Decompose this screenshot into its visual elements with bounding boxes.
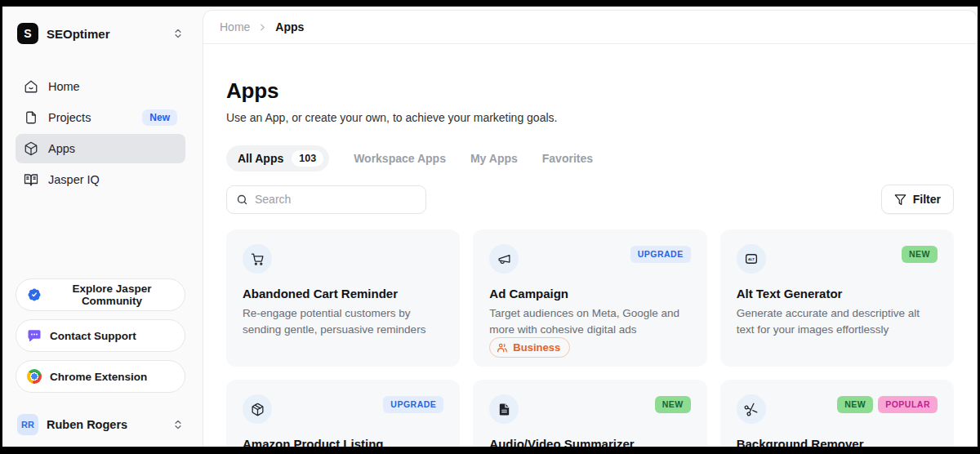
card-title: Abandoned Cart Reminder — [243, 287, 443, 300]
card-description: Generate accurate and descriptive alt te… — [737, 305, 938, 337]
card-description: Target audiences on Meta, Google and mor… — [489, 305, 690, 337]
search-icon — [236, 194, 248, 206]
tab-all-apps-count: 103 — [292, 150, 323, 167]
card-title: Alt Text Generator — [737, 287, 938, 300]
sidebar-item-label: Jasper IQ — [48, 173, 100, 186]
verified-badge-icon — [27, 287, 42, 302]
tab-bar: All Apps 103 Workspace Apps My Apps Favo… — [226, 145, 954, 171]
user-name: Ruben Rogers — [47, 418, 164, 431]
package-icon — [243, 394, 272, 424]
workspace-name: SEOptimer — [47, 27, 164, 41]
workspace-logo: S — [17, 23, 38, 44]
megaphone-icon — [489, 244, 519, 274]
alt-icon-label: ALT — [748, 257, 755, 261]
card-top — [243, 244, 443, 274]
tab-all-apps[interactable]: All Apps 103 — [226, 145, 329, 171]
card-badges: UPGRADE — [630, 244, 691, 263]
app-card-background-remover[interactable]: NEW POPULAR Background Remover Effortles… — [720, 380, 954, 447]
sidebar-spacer — [16, 194, 185, 278]
explore-community-button[interactable]: Explore Jasper Community — [16, 278, 185, 311]
tab-workspace-apps[interactable]: Workspace Apps — [354, 152, 446, 165]
home-icon — [24, 79, 38, 94]
workspace-switcher[interactable]: S SEOptimer — [16, 23, 185, 44]
card-badges: UPGRADE — [383, 394, 443, 413]
chat-bubble-icon — [27, 328, 42, 343]
main-area: Home Apps Apps Use an App, or create you… — [198, 7, 978, 447]
new-badge: NEW — [655, 396, 691, 413]
sidebar-item-home[interactable]: Home — [16, 72, 185, 101]
toolbar: Filter — [226, 185, 954, 214]
explore-community-label: Explore Jasper Community — [50, 283, 174, 307]
card-top: NEW POPULAR — [737, 394, 938, 424]
chrome-extension-label: Chrome Extension — [50, 371, 147, 383]
app-card-alt-text-generator[interactable]: ALT NEW Alt Text Generator Generate accu… — [720, 229, 954, 367]
screenshot-frame: S SEOptimer Home Projects New — [0, 0, 980, 454]
card-top: UPGRADE — [243, 394, 443, 424]
page-content: Apps Use an App, or create your own, to … — [203, 44, 977, 447]
new-badge: NEW — [902, 246, 938, 263]
users-icon — [497, 342, 508, 354]
shopping-cart-icon — [243, 244, 272, 274]
card-badges: NEW — [655, 394, 691, 413]
upgrade-badge: UPGRADE — [630, 246, 691, 263]
card-top: ALT NEW — [737, 244, 938, 274]
chevron-updown-icon — [172, 28, 184, 39]
sidebar-item-projects[interactable]: Projects New — [16, 103, 185, 132]
chevron-right-icon — [257, 22, 268, 33]
new-badge: NEW — [837, 396, 873, 413]
filter-button-label: Filter — [913, 193, 941, 206]
upgrade-badge: UPGRADE — [383, 396, 443, 413]
page-subtitle: Use an App, or create your own, to achie… — [226, 111, 954, 124]
file-icon — [24, 110, 38, 125]
breadcrumb-home-link[interactable]: Home — [220, 20, 250, 33]
breadcrumb-current: Apps — [275, 20, 304, 33]
card-title: Amazon Product Listing — [243, 437, 443, 447]
app-card-amazon-product-listing[interactable]: UPGRADE Amazon Product Listing Craft a d… — [226, 380, 460, 447]
card-title: Background Remover — [737, 437, 938, 447]
cube-icon — [24, 141, 38, 156]
sidebar-item-jasper-iq[interactable]: Jasper IQ — [16, 165, 185, 194]
apps-grid: Abandoned Cart Reminder Re-engage potent… — [226, 229, 954, 447]
user-menu[interactable]: RR Ruben Rogers — [16, 414, 185, 435]
contact-support-label: Contact Support — [50, 330, 136, 342]
funnel-icon — [894, 194, 906, 206]
business-tag: Business — [489, 337, 570, 358]
chrome-extension-button[interactable]: Chrome Extension — [16, 360, 185, 393]
sidebar: S SEOptimer Home Projects New — [2, 7, 198, 447]
sidebar-item-label: Home — [48, 80, 80, 93]
popular-badge: POPULAR — [878, 396, 938, 413]
search-box[interactable] — [226, 185, 426, 214]
app-card-ad-campaign[interactable]: UPGRADE Ad Campaign Target audiences on … — [473, 229, 706, 367]
card-top: NEW — [489, 394, 690, 424]
card-description: Re-engage potential customers by sending… — [243, 305, 443, 337]
chevron-updown-icon — [172, 419, 184, 430]
sidebar-nav: Home Projects New Apps Jasper IQ — [16, 72, 185, 194]
document-icon — [489, 394, 519, 424]
breadcrumb: Home Apps — [203, 11, 977, 44]
search-input[interactable] — [255, 193, 416, 206]
workspace-logo-letter: S — [24, 27, 31, 40]
business-tag-label: Business — [513, 341, 560, 354]
book-icon — [24, 172, 38, 187]
tab-favorites[interactable]: Favorites — [542, 152, 593, 165]
filter-button[interactable]: Filter — [881, 185, 954, 214]
app-card-audio-video-summarizer[interactable]: NEW Audio/Video Summarizer Transform rec… — [473, 380, 706, 447]
page-title: Apps — [226, 78, 954, 104]
alt-text-icon: ALT — [737, 244, 766, 274]
app-card-abandoned-cart-reminder[interactable]: Abandoned Cart Reminder Re-engage potent… — [226, 229, 460, 367]
card-top: UPGRADE — [489, 244, 690, 274]
card-tags: Business — [489, 337, 690, 358]
sidebar-item-label: Apps — [48, 142, 75, 155]
main-panel: Home Apps Apps Use an App, or create you… — [203, 10, 978, 447]
new-badge: New — [142, 109, 177, 126]
card-title: Ad Campaign — [489, 287, 690, 300]
tab-my-apps[interactable]: My Apps — [470, 152, 518, 165]
sidebar-item-apps[interactable]: Apps — [16, 134, 185, 163]
contact-support-button[interactable]: Contact Support — [16, 319, 185, 352]
card-badges: NEW POPULAR — [837, 394, 938, 413]
scissors-icon — [737, 394, 766, 424]
tab-all-apps-label: All Apps — [238, 152, 283, 165]
sidebar-item-label: Projects — [48, 111, 91, 124]
card-title: Audio/Video Summarizer — [489, 437, 690, 447]
avatar: RR — [17, 414, 38, 435]
